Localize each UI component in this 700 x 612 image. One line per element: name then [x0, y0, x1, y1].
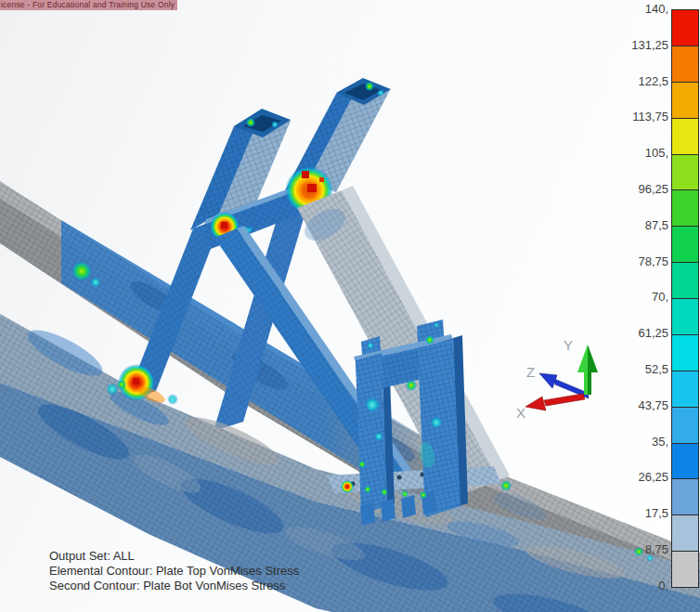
model-viewport[interactable]: Y Z X [0, 0, 700, 612]
legend-tick-label: 96,25 [602, 181, 668, 198]
x-axis-arrow [525, 394, 585, 410]
elemental-contour-line: Elemental Contour: Plate Top VonMises St… [49, 564, 299, 579]
legend-labels: 140,131,25122,5113,75105,96,2587,578,757… [602, 9, 668, 586]
legend-color-segment [672, 227, 698, 263]
z-axis-label: Z [526, 364, 535, 380]
legend-tick-label: 113,75 [602, 109, 668, 125]
legend-color-segment [672, 46, 698, 83]
legend-tick-label: 35, [602, 434, 668, 450]
legend-color-segment [672, 83, 698, 119]
x-axis-label: X [516, 405, 525, 421]
legend-color-segment [672, 371, 698, 408]
legend-tick-label: 87,5 [602, 217, 668, 234]
legend-color-segment [672, 190, 698, 227]
legend-color-segment [672, 479, 698, 515]
legend-tick-label: 78,75 [602, 254, 668, 270]
legend-color-segment [672, 335, 698, 371]
legend-tick-label: 140, [602, 1, 668, 18]
stress-hotspot [500, 480, 512, 491]
legend-color-segment [672, 155, 698, 191]
fea-application-window: Y Z X icense - For Educational and Train… [0, 0, 700, 612]
legend-color-segment [672, 552, 698, 587]
legend-tick-label: 0, [602, 578, 668, 594]
legend-bar [671, 9, 699, 588]
legend-color-segment [672, 10, 698, 46]
legend-tick-label: 8,75 [602, 541, 668, 558]
orientation-triad: Y Z X [516, 337, 598, 421]
legend-color-segment [672, 444, 698, 480]
output-set-line: Output Set: ALL [49, 549, 299, 564]
legend-tick-label: 52,5 [602, 361, 668, 378]
contour-legend: 140,131,25122,5113,75105,96,2587,578,757… [598, 9, 700, 594]
legend-color-segment [672, 299, 698, 335]
legend-tick-label: 26,25 [602, 469, 668, 486]
legend-color-segment [672, 263, 698, 299]
second-contour-line: Second Contour: Plate Bot VonMises Stres… [49, 579, 299, 593]
stress-hotspot [71, 261, 92, 281]
status-text-block: Output Set: ALL Elemental Contour: Plate… [49, 549, 299, 593]
license-banner: icense - For Educational and Training Us… [0, 0, 177, 10]
legend-tick-label: 131,25 [602, 37, 668, 54]
y-axis-arrow [577, 345, 598, 395]
y-axis-label: Y [564, 337, 573, 353]
legend-tick-label: 122,5 [602, 73, 668, 90]
legend-tick-label: 70, [602, 289, 668, 306]
legend-tick-label: 17,5 [602, 505, 668, 522]
legend-tick-label: 61,25 [602, 325, 668, 342]
legend-color-segment [672, 515, 698, 552]
legend-color-segment [672, 408, 698, 444]
legend-tick-label: 43,75 [602, 397, 668, 414]
legend-tick-label: 105, [602, 145, 668, 162]
legend-color-segment [672, 119, 698, 155]
